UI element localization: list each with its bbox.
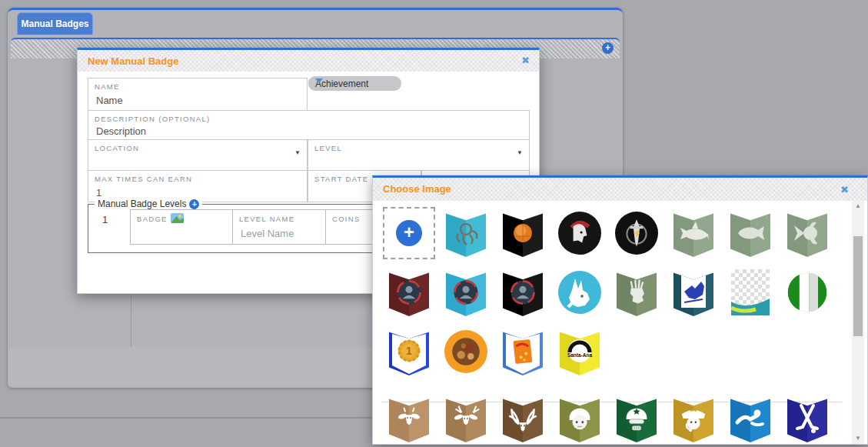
- chevron-down-icon: ▼: [517, 149, 523, 156]
- antlers-badge[interactable]: [494, 391, 551, 444]
- banner-shape: [787, 209, 827, 257]
- banner-shape: [503, 328, 543, 375]
- plus-icon: +: [396, 220, 422, 246]
- level-select[interactable]: LEVEL ▼: [308, 139, 530, 172]
- levels-legend-text: Manual Badge Levels: [98, 198, 186, 209]
- coins-col-label: COINS: [332, 215, 361, 223]
- banner-shape: [503, 395, 543, 442]
- dagger-badge[interactable]: [608, 205, 665, 261]
- banner-shape: [673, 209, 713, 257]
- photo-badge-black[interactable]: [494, 265, 551, 320]
- badge-type-dropdown[interactable]: Achievement: [308, 76, 401, 91]
- banner-shape: [673, 269, 713, 316]
- sun-shape: [178, 215, 181, 218]
- banner-shape: 1: [389, 328, 429, 375]
- donkey-badge[interactable]: [551, 265, 608, 320]
- banner-shape: [446, 269, 486, 316]
- deer-badge[interactable]: [381, 391, 437, 444]
- hockey-badge[interactable]: [779, 391, 836, 444]
- start-date-label: START DATE: [314, 175, 368, 183]
- swimmer-badge[interactable]: [722, 391, 779, 444]
- goldfish-badge[interactable]: [779, 205, 836, 261]
- badge-col-label: BADGE: [137, 215, 168, 223]
- circle-shape: [615, 212, 658, 255]
- add-image-dashed-box: +: [383, 207, 435, 259]
- max-times-value: 1: [96, 187, 101, 198]
- orange-orb-badge[interactable]: [494, 205, 551, 261]
- banner-shape: [673, 395, 713, 442]
- banner-shape: [389, 269, 429, 316]
- banner-shape: [730, 395, 770, 442]
- stag-badge[interactable]: [437, 391, 494, 444]
- description-label: DESCRIPTION (OPTIONAL): [95, 115, 211, 123]
- fish-badge[interactable]: [722, 205, 779, 261]
- mountain-shape: [171, 216, 184, 223]
- octopus-badge[interactable]: [437, 205, 494, 261]
- badge-image-icon[interactable]: [171, 213, 184, 223]
- tab-manual-badges[interactable]: Manual Badges: [17, 12, 93, 35]
- add-badge-button[interactable]: +: [602, 42, 614, 54]
- map-badge[interactable]: [665, 265, 722, 320]
- banner-shape: [503, 209, 543, 257]
- circle-shape: [558, 212, 601, 255]
- add-level-button[interactable]: +: [189, 199, 199, 209]
- banner-shape: [617, 269, 657, 316]
- photo-badge-cyan[interactable]: [437, 265, 494, 320]
- photo-badge-maroon[interactable]: [381, 265, 437, 320]
- svg-text:1: 1: [406, 345, 412, 357]
- chevron-down-icon: [315, 78, 323, 83]
- close-icon[interactable]: ✖: [840, 184, 849, 195]
- level-label: LEVEL: [314, 144, 342, 152]
- level-row-index: 1: [102, 214, 108, 225]
- santa-ana-logo-badge[interactable]: Santa-Ana: [551, 324, 608, 379]
- banner-shape: [389, 395, 429, 442]
- officer-badge[interactable]: [665, 391, 722, 444]
- food-photo-badge[interactable]: [437, 324, 494, 379]
- banner-shape: [787, 395, 827, 442]
- badge-type-value: Achievement: [315, 78, 368, 89]
- banner-shape: [446, 395, 486, 442]
- max-times-label: MAX TIMES CAN EARN: [95, 175, 192, 183]
- spartan-helmet-badge[interactable]: [551, 205, 608, 261]
- tile-shape: [731, 269, 770, 315]
- commando-badge[interactable]: [608, 391, 665, 444]
- banner-shape: Santa-Ana: [560, 328, 600, 375]
- first-place-medal-badge[interactable]: 1: [381, 324, 437, 379]
- image-grid: +1Santa-Ana: [373, 201, 851, 444]
- description-value: Description: [96, 125, 146, 137]
- name-field[interactable]: NAME Name: [88, 78, 308, 112]
- location-select[interactable]: LOCATION ▼: [88, 139, 308, 172]
- scrollbar[interactable]: ▲ ▼: [852, 201, 864, 444]
- soldier-badge[interactable]: [551, 391, 608, 444]
- scroll-down-icon[interactable]: ▼: [852, 433, 864, 444]
- close-icon[interactable]: ✖: [521, 55, 530, 66]
- scrollbar-thumb[interactable]: [853, 236, 863, 336]
- location-label: LOCATION: [95, 144, 139, 152]
- level-name-col-label: LEVEL NAME: [239, 215, 294, 223]
- levels-legend: Manual Badge Levels +: [95, 198, 202, 209]
- crown-badge[interactable]: [608, 265, 665, 320]
- swoosh-badge[interactable]: [722, 265, 779, 320]
- banner-shape: [560, 395, 600, 442]
- svg-text:Santa-Ana: Santa-Ana: [567, 352, 593, 358]
- choose-image-modal: Choose Image ✖ +1Santa-Ana ▲ ▼: [372, 175, 868, 445]
- modal-title: New Manual Badge: [88, 55, 178, 67]
- add-image-tile[interactable]: +: [381, 205, 437, 261]
- banner-shape: [617, 395, 657, 442]
- scroll-up-icon[interactable]: ▲: [852, 201, 864, 212]
- name-label: NAME: [95, 82, 120, 91]
- cheetos-snack-badge[interactable]: [494, 324, 551, 379]
- description-field[interactable]: DESCRIPTION (OPTIONAL) Description: [88, 110, 530, 141]
- level-name-cell[interactable]: LEVEL NAME Level Name: [232, 209, 326, 245]
- shark-badge[interactable]: [665, 205, 722, 261]
- badge-cell[interactable]: BADGE: [130, 209, 233, 245]
- modal-title: Choose Image: [383, 183, 451, 195]
- max-times-field[interactable]: MAX TIMES CAN EARN 1: [88, 170, 308, 202]
- green-flag-badge[interactable]: [779, 265, 836, 320]
- level-name-placeholder: Level Name: [241, 228, 294, 239]
- banner-shape: [446, 209, 486, 257]
- modal-header: Choose Image ✖: [373, 178, 867, 201]
- banner-shape: [730, 209, 770, 257]
- banner-shape: [503, 269, 543, 316]
- circle-shape: [558, 271, 601, 314]
